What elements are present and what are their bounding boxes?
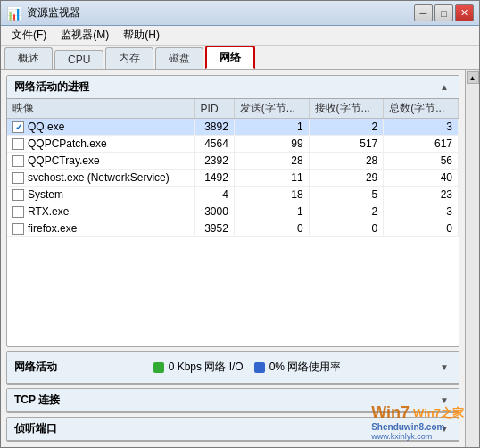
process-name-cell: QQPCTray.exe bbox=[7, 153, 194, 170]
listening-chevron[interactable]: ▼ bbox=[437, 422, 451, 436]
network-activity-chevron[interactable]: ▼ bbox=[437, 361, 451, 375]
net-io-label: 0 Kbps 网络 I/O bbox=[169, 360, 244, 375]
net-usage-dot bbox=[254, 362, 265, 373]
network-processes-title: 网络活动的进程 bbox=[14, 79, 89, 95]
process-pid: 1492 bbox=[194, 170, 234, 187]
tab-bar: 概述 CPU 内存 磁盘 网络 bbox=[1, 46, 479, 69]
process-pid: 3000 bbox=[194, 203, 234, 220]
menu-bar: 文件(F) 监视器(M) 帮助(H) bbox=[1, 26, 479, 46]
listening-header[interactable]: 侦听端口 ▼ bbox=[7, 418, 459, 441]
title-left: 📊 资源监视器 bbox=[6, 5, 80, 21]
tab-disk[interactable]: 磁盘 bbox=[155, 47, 203, 69]
col-pid: PID bbox=[194, 99, 234, 119]
scroll-up[interactable]: ▲ bbox=[467, 71, 479, 84]
process-total: 0 bbox=[384, 220, 459, 237]
process-table-wrap: 映像 PID 发送(字节... 接收(字节... 总数(字节... QQ.exe… bbox=[7, 99, 459, 237]
process-recv: 2 bbox=[309, 203, 384, 220]
net-activity-indicators: 0 Kbps 网络 I/O 0% 网络使用率 bbox=[146, 355, 349, 379]
process-recv: 28 bbox=[309, 153, 384, 170]
tab-overview[interactable]: 概述 bbox=[4, 47, 53, 69]
process-pid: 4564 bbox=[194, 136, 234, 153]
col-send: 发送(字节... bbox=[234, 99, 309, 119]
listening-title: 侦听端口 bbox=[14, 421, 57, 436]
process-name: QQPCPatch.exe bbox=[28, 137, 107, 150]
network-processes-chevron[interactable]: ▲ bbox=[437, 80, 451, 95]
close-button[interactable]: ✕ bbox=[455, 4, 474, 21]
process-checkbox[interactable] bbox=[12, 206, 24, 218]
tcp-title: TCP 连接 bbox=[14, 393, 60, 408]
process-recv: 0 bbox=[309, 220, 384, 237]
process-total: 3 bbox=[384, 119, 459, 136]
tcp-header[interactable]: TCP 连接 ▼ bbox=[7, 389, 459, 412]
process-send: 1 bbox=[234, 119, 309, 136]
scroll-panel: ▲ bbox=[465, 70, 479, 447]
net-io-dot bbox=[153, 362, 164, 373]
process-table: 映像 PID 发送(字节... 接收(字节... 总数(字节... QQ.exe… bbox=[7, 99, 459, 237]
process-recv: 29 bbox=[309, 170, 384, 187]
process-pid: 3952 bbox=[194, 220, 234, 237]
process-checkbox[interactable] bbox=[12, 155, 24, 167]
process-total: 23 bbox=[384, 187, 459, 203]
table-row: QQPCPatch.exe456499517617 bbox=[7, 136, 459, 153]
tab-memory[interactable]: 内存 bbox=[105, 47, 153, 69]
app-icon: 📊 bbox=[6, 6, 21, 21]
process-checkbox[interactable] bbox=[12, 172, 24, 184]
process-checkbox[interactable] bbox=[12, 121, 24, 133]
main-window: 📊 资源监视器 ─ □ ✕ 文件(F) 监视器(M) 帮助(H) 概述 CPU … bbox=[0, 0, 480, 448]
process-total: 40 bbox=[384, 170, 459, 187]
process-checkbox[interactable] bbox=[12, 223, 24, 235]
process-send: 0 bbox=[234, 220, 309, 237]
process-send: 11 bbox=[234, 170, 309, 187]
process-pid: 2392 bbox=[194, 153, 234, 170]
process-recv: 5 bbox=[309, 187, 384, 203]
process-name: QQPCTray.exe bbox=[28, 154, 100, 167]
process-name: QQ.exe bbox=[28, 120, 64, 133]
process-name-cell: QQ.exe bbox=[7, 119, 194, 136]
main-content: 网络活动的进程 ▲ 映像 PID 发送(字节... 接收(字节.. bbox=[1, 69, 479, 447]
process-send: 18 bbox=[234, 187, 309, 203]
process-pid: 3892 bbox=[194, 119, 234, 136]
process-total: 3 bbox=[384, 203, 459, 220]
process-send: 28 bbox=[234, 153, 309, 170]
table-row: RTX.exe3000123 bbox=[7, 203, 459, 220]
network-processes-header[interactable]: 网络活动的进程 ▲ bbox=[7, 76, 459, 99]
table-header: 映像 PID 发送(字节... 接收(字节... 总数(字节... bbox=[7, 99, 459, 119]
process-send: 99 bbox=[234, 136, 309, 153]
col-recv: 接收(字节... bbox=[309, 99, 384, 119]
listening-section: 侦听端口 ▼ bbox=[6, 417, 459, 442]
process-name-cell: QQPCPatch.exe bbox=[7, 136, 194, 153]
maximize-button[interactable]: □ bbox=[434, 4, 453, 21]
network-activity-title: 网络活动 bbox=[14, 360, 57, 375]
tab-network[interactable]: 网络 bbox=[205, 46, 255, 69]
net-io-indicator: 0 Kbps 网络 I/O bbox=[153, 360, 244, 375]
process-send: 1 bbox=[234, 203, 309, 220]
process-name: RTX.exe bbox=[28, 205, 69, 218]
title-bar: 📊 资源监视器 ─ □ ✕ bbox=[1, 1, 479, 26]
minimize-button[interactable]: ─ bbox=[414, 4, 433, 21]
content-area: 网络活动的进程 ▲ 映像 PID 发送(字节... 接收(字节.. bbox=[1, 70, 465, 447]
table-row: System418523 bbox=[7, 187, 459, 203]
process-name: firefox.exe bbox=[28, 222, 77, 235]
network-activity-section: 网络活动 0 Kbps 网络 I/O 0% 网络使用率 ▼ bbox=[6, 351, 459, 385]
process-name: System bbox=[28, 188, 63, 201]
menu-monitor[interactable]: 监视器(M) bbox=[54, 26, 116, 45]
menu-help[interactable]: 帮助(H) bbox=[116, 26, 167, 45]
tab-cpu[interactable]: CPU bbox=[54, 50, 103, 69]
process-checkbox[interactable] bbox=[12, 138, 24, 150]
process-total: 617 bbox=[384, 136, 459, 153]
process-name-cell: firefox.exe bbox=[7, 220, 194, 237]
process-checkbox[interactable] bbox=[12, 189, 24, 201]
process-table-body: QQ.exe3892123QQPCPatch.exe456499517617QQ… bbox=[7, 119, 459, 237]
process-name-cell: System bbox=[7, 187, 194, 203]
process-name-cell: RTX.exe bbox=[7, 203, 194, 220]
menu-file[interactable]: 文件(F) bbox=[4, 26, 54, 45]
net-usage-indicator: 0% 网络使用率 bbox=[254, 360, 342, 375]
process-name: svchost.exe (NetworkService) bbox=[28, 171, 170, 184]
network-activity-header[interactable]: 网络活动 0 Kbps 网络 I/O 0% 网络使用率 ▼ bbox=[7, 352, 459, 384]
process-name-cell: svchost.exe (NetworkService) bbox=[7, 170, 194, 187]
table-row: QQPCTray.exe2392282856 bbox=[7, 153, 459, 170]
process-recv: 2 bbox=[309, 119, 384, 136]
net-usage-label: 0% 网络使用率 bbox=[269, 360, 342, 375]
tcp-chevron[interactable]: ▼ bbox=[437, 394, 451, 408]
network-processes-section: 网络活动的进程 ▲ 映像 PID 发送(字节... 接收(字节.. bbox=[6, 75, 459, 347]
